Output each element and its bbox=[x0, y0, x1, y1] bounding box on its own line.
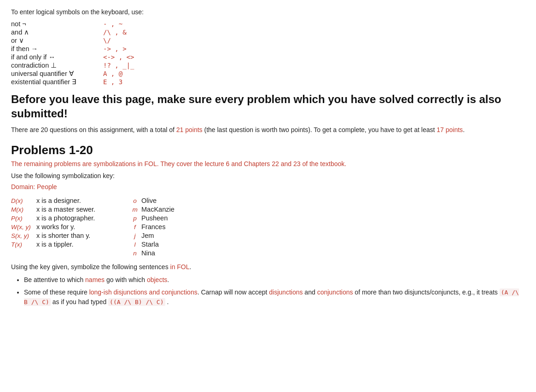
points-text-2: (the last question is worth two points).… bbox=[203, 126, 437, 133]
conjunctions-highlight: conjunctions bbox=[317, 288, 353, 296]
key-func-sxy: S(x, y) bbox=[11, 232, 36, 239]
symbol-label-contradiction: contradiction ⊥ bbox=[11, 62, 103, 69]
key-desc-sxy: x is shorter than y. bbox=[36, 232, 128, 239]
using-key-text: Using the key given, symbolize the follo… bbox=[11, 263, 525, 271]
key-const-p: p bbox=[128, 215, 141, 222]
symbol-codes-not: - , ~ bbox=[103, 20, 122, 28]
key-name-starla: Starla bbox=[141, 241, 159, 248]
key-name-olive: Olive bbox=[141, 197, 157, 204]
symbol-table: not ¬ - , ~ and ∧ /\ , & or ∨ \/ if then… bbox=[11, 20, 525, 86]
key-const-l: l bbox=[128, 241, 141, 248]
key-name-nina: Nina bbox=[141, 249, 155, 257]
symbol-row-existential: existential quantifier ∃ E , 3 bbox=[11, 78, 525, 86]
key-desc-px: x is a photographer. bbox=[36, 214, 128, 222]
points-text-3: . bbox=[463, 126, 465, 133]
key-const-n: n bbox=[128, 250, 141, 257]
symbol-codes-contradiction: !? , _|_ bbox=[103, 62, 134, 69]
key-row-tx: T(x) x is a tippler. l Starla bbox=[11, 241, 525, 248]
points-text-1: There are 20 questions on this assignmen… bbox=[11, 126, 176, 133]
symbol-codes-ifthen: -> , > bbox=[103, 45, 127, 52]
domain-text: Domain: People bbox=[11, 183, 525, 190]
intro-text: To enter logical symbols on the keyboard… bbox=[11, 8, 525, 16]
key-func-wxy: W(x, y) bbox=[11, 224, 36, 231]
key-const-m: m bbox=[128, 206, 141, 213]
use-following-text: Use the following symbolization key: bbox=[11, 172, 525, 179]
longish-highlight: long-ish disjunctions and conjunctions bbox=[89, 288, 198, 296]
symbol-row-and: and ∧ /\ , & bbox=[11, 29, 525, 36]
code-example-2: ((A /\ B) /\ C) bbox=[108, 298, 165, 306]
key-const-j: j bbox=[128, 232, 141, 239]
symbol-codes-iff: <-> , <> bbox=[103, 53, 134, 61]
key-func-mx: M(x) bbox=[11, 206, 36, 213]
key-row-dx: D(x) x is a designer. o Olive bbox=[11, 197, 525, 204]
points-text: There are 20 questions on this assignmen… bbox=[11, 125, 525, 135]
key-row-sxy: S(x, y) x is shorter than y. j Jem bbox=[11, 232, 525, 239]
key-desc-wxy: x works for y. bbox=[36, 223, 128, 231]
symbol-row-iff: if and only if ↔ <-> , <> bbox=[11, 53, 525, 61]
disjunctions-highlight: disjunctions bbox=[269, 288, 303, 296]
problems-title: Problems 1-20 bbox=[11, 143, 525, 157]
symbol-label-existential: existential quantifier ∃ bbox=[11, 78, 103, 86]
symbol-label-or: or ∨ bbox=[11, 37, 103, 44]
symbol-label-and: and ∧ bbox=[11, 29, 103, 36]
key-func-tx: T(x) bbox=[11, 241, 36, 248]
key-name-jem: Jem bbox=[141, 232, 154, 239]
warning-text: Before you leave this page, make sure ev… bbox=[11, 92, 525, 121]
symbol-row-ifthen: if then → -> , > bbox=[11, 45, 525, 52]
symbol-row-or: or ∨ \/ bbox=[11, 37, 525, 44]
key-row-mx: M(x) x is a master sewer. m MacKanzie bbox=[11, 206, 525, 213]
symbol-label-iff: if and only if ↔ bbox=[11, 53, 103, 61]
symbol-row-universal: universal quantifier ∀ A , @ bbox=[11, 70, 525, 77]
symbol-codes-and: /\ , & bbox=[103, 29, 127, 36]
key-func-px: P(x) bbox=[11, 215, 36, 222]
key-desc-dx: x is a designer. bbox=[36, 197, 128, 204]
symbol-codes-or: \/ bbox=[103, 37, 111, 44]
key-desc-tx: x is a tippler. bbox=[36, 241, 128, 248]
points-highlight-2: 17 points bbox=[437, 126, 463, 133]
key-name-pusheen: Pusheen bbox=[141, 214, 168, 222]
key-name-mackanzie: MacKanzie bbox=[141, 206, 175, 213]
points-highlight-1: 21 points bbox=[176, 126, 203, 133]
fol-highlight: in FOL bbox=[170, 263, 190, 271]
bullet-item-1: Be attentive to which names go with whic… bbox=[24, 275, 525, 285]
symbol-label-not: not ¬ bbox=[11, 20, 103, 28]
warning-box: Before you leave this page, make sure ev… bbox=[11, 92, 525, 121]
key-table: D(x) x is a designer. o Olive M(x) x is … bbox=[11, 197, 525, 257]
bullet-list: Be attentive to which names go with whic… bbox=[24, 275, 525, 307]
key-desc-mx: x is a master sewer. bbox=[36, 206, 128, 213]
symbol-label-universal: universal quantifier ∀ bbox=[11, 70, 103, 77]
symbol-codes-existential: E , 3 bbox=[103, 78, 122, 86]
problems-subtitle: The remaining problems are symbolization… bbox=[11, 160, 525, 167]
symbol-row-contradiction: contradiction ⊥ !? , _|_ bbox=[11, 62, 525, 69]
key-row-px: P(x) x is a photographer. p Pusheen bbox=[11, 214, 525, 222]
key-row-nina: n Nina bbox=[11, 249, 525, 257]
key-func-dx: D(x) bbox=[11, 197, 36, 204]
bullet-item-2: Some of these require long-ish disjuncti… bbox=[24, 288, 525, 307]
key-name-frances: Frances bbox=[141, 223, 165, 231]
symbol-label-ifthen: if then → bbox=[11, 45, 103, 52]
objects-highlight: objects bbox=[147, 276, 167, 283]
symbol-codes-universal: A , @ bbox=[103, 70, 122, 77]
key-const-f: f bbox=[128, 224, 141, 231]
symbol-row-not: not ¬ - , ~ bbox=[11, 20, 525, 28]
key-row-wxy: W(x, y) x works for y. f Frances bbox=[11, 223, 525, 231]
key-const-o: o bbox=[128, 197, 141, 204]
names-highlight: names bbox=[85, 276, 105, 283]
